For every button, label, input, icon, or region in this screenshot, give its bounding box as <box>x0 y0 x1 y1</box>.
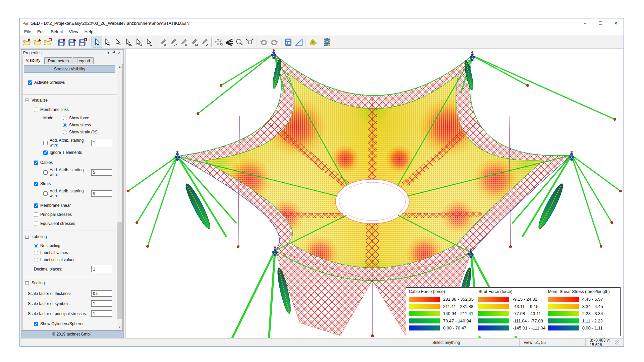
chevron-down-icon[interactable]: ▾ <box>106 51 111 55</box>
section-labeling[interactable]: − Labeling <box>25 234 117 239</box>
close-panel-icon[interactable]: ✕ <box>116 51 122 55</box>
minimize-button[interactable]: – <box>577 18 593 28</box>
show-force-radio[interactable] <box>63 116 67 120</box>
membrane-links-checkbox[interactable] <box>34 108 38 112</box>
equivalent-stresses-row[interactable]: Equivalent stresses <box>34 221 117 226</box>
panel-scrollbar[interactable]: ▲ ▼ <box>117 64 122 330</box>
undo-button[interactable] <box>259 37 269 47</box>
legend-row: -77.08 - -43.11 <box>478 310 546 317</box>
scroll-down-icon[interactable]: ▼ <box>117 325 122 330</box>
label-critical-radio[interactable] <box>34 258 38 262</box>
add-attrib-input-2[interactable] <box>91 169 112 176</box>
scale-principal-input[interactable] <box>91 310 112 317</box>
tab-parameters[interactable]: Parameters <box>44 57 72 64</box>
legend-row: -9.15 - 24.82 <box>478 296 546 303</box>
menu-help[interactable]: Help <box>81 28 96 35</box>
ignore-t-checkbox[interactable] <box>43 150 48 155</box>
principal-stresses-row[interactable]: Principal stresses <box>34 212 117 217</box>
show-strain-radio[interactable] <box>63 130 67 134</box>
section-scaling[interactable]: − Scaling <box>25 281 117 285</box>
legend-range: 4.45 - 5.57 <box>582 297 603 302</box>
maximize-button[interactable]: ☐ <box>593 18 608 28</box>
pin-icon[interactable] <box>111 51 116 55</box>
draw-check-button[interactable] <box>199 37 210 47</box>
panel-caption[interactable]: Properties ▾ ✕ <box>21 50 123 56</box>
menu-view[interactable]: View <box>66 28 82 35</box>
struts-checkbox[interactable] <box>34 182 38 186</box>
membrane-shear-checkbox[interactable] <box>34 203 38 208</box>
equivalent-stresses-checkbox[interactable] <box>34 222 38 226</box>
add-attrib-checkbox-3[interactable] <box>43 191 48 196</box>
add-attrib-input-1[interactable] <box>91 140 112 146</box>
menu-file[interactable]: File <box>21 28 34 35</box>
resize-grip[interactable] <box>615 340 619 345</box>
ignore-t-row[interactable]: Ignore T elements <box>43 150 117 155</box>
menu-edit[interactable]: Edit <box>34 28 48 35</box>
save-square-button[interactable] <box>77 37 88 47</box>
select-mesh-cursor-button[interactable] <box>123 37 133 47</box>
settings-gear-button[interactable] <box>322 37 332 47</box>
draw-rectangle-button[interactable] <box>189 37 199 47</box>
save-grid-button[interactable]: # <box>57 37 67 47</box>
label-all-row[interactable]: Label all values <box>34 250 117 255</box>
membrane-links-label: Membrane links <box>40 107 69 112</box>
select-element-cursor-button[interactable] <box>144 37 154 47</box>
section-visualize[interactable]: − Visualize <box>25 98 117 103</box>
close-button[interactable]: ✕ <box>608 18 624 28</box>
select-point-cursor-button[interactable] <box>102 37 112 47</box>
fit-view-icon <box>246 38 254 46</box>
set-square-button[interactable] <box>293 37 304 47</box>
collapse-icon[interactable]: − <box>25 281 29 285</box>
add-attrib-checkbox-1[interactable] <box>43 141 48 145</box>
calculator-button[interactable] <box>283 37 293 47</box>
select-cursor-button[interactable] <box>92 37 102 47</box>
membrane-links-row[interactable]: Membrane links <box>34 107 117 112</box>
scrollbar-thumb[interactable] <box>117 222 122 319</box>
legend-row: 1.11 - 2.23 <box>548 317 615 325</box>
collapse-icon[interactable]: − <box>25 235 29 239</box>
select-line-cursor-button[interactable] <box>112 37 123 47</box>
principal-stresses-checkbox[interactable] <box>34 213 38 217</box>
show-cylinders-checkbox[interactable] <box>34 322 38 326</box>
draw-triangle-button[interactable] <box>178 37 189 47</box>
cables-checkbox[interactable] <box>34 161 38 165</box>
activate-stressvu-checkbox[interactable] <box>28 80 32 85</box>
select-area-cursor-button[interactable] <box>133 37 144 47</box>
menu-select[interactable]: Select <box>48 28 66 35</box>
show-cylinders-row[interactable]: Show Cylinders/Spheres <box>34 321 117 326</box>
scale-thickness-input[interactable] <box>91 290 112 297</box>
legend-range: 281.88 - 352.35 <box>443 297 474 302</box>
draw-point-button[interactable] <box>158 37 168 47</box>
scale-symbols-input[interactable] <box>91 300 112 307</box>
open-grid-button[interactable]: # <box>22 37 32 47</box>
zoom-button[interactable] <box>234 37 245 47</box>
draw-line-button[interactable] <box>168 37 178 47</box>
add-attrib-input-3[interactable] <box>91 190 112 197</box>
model-viewport[interactable]: Cable Force (force) 281.88 - 352.35 211.… <box>125 49 623 338</box>
collapse-icon[interactable]: − <box>25 99 29 102</box>
no-labeling-radio[interactable] <box>34 244 38 248</box>
cables-row[interactable]: Cables <box>34 160 117 165</box>
struts-row[interactable]: Struts <box>34 181 117 186</box>
tab-legend[interactable]: Legend <box>73 57 94 64</box>
save-triangle-button[interactable] <box>67 37 77 47</box>
open-square-button[interactable] <box>43 37 53 47</box>
redo-button[interactable] <box>269 37 279 47</box>
decimal-places-input[interactable] <box>91 266 112 272</box>
label-critical-row[interactable]: Label critical values <box>34 257 117 262</box>
orbit-view-button[interactable] <box>213 37 224 47</box>
ray-trace-view-button[interactable] <box>224 37 234 47</box>
membrane-shear-row[interactable]: Membrane shear <box>34 203 117 208</box>
membrane-view-button[interactable] <box>308 37 318 47</box>
label-all-radio[interactable] <box>34 251 38 255</box>
toolbar-separator <box>90 38 90 47</box>
open-triangle-button[interactable] <box>32 37 43 47</box>
show-stress-radio[interactable] <box>63 123 67 127</box>
cursor-mesh-icon <box>124 38 132 46</box>
add-attrib-checkbox-2[interactable] <box>43 170 48 175</box>
scroll-up-icon[interactable]: ▲ <box>117 64 122 70</box>
tab-visibility[interactable]: Visibility <box>22 57 44 64</box>
no-labeling-row[interactable]: No labeling <box>34 243 117 248</box>
activate-stressvu-row[interactable]: Activate Stressvu <box>28 80 117 85</box>
zoom-fit-button[interactable] <box>245 37 255 47</box>
